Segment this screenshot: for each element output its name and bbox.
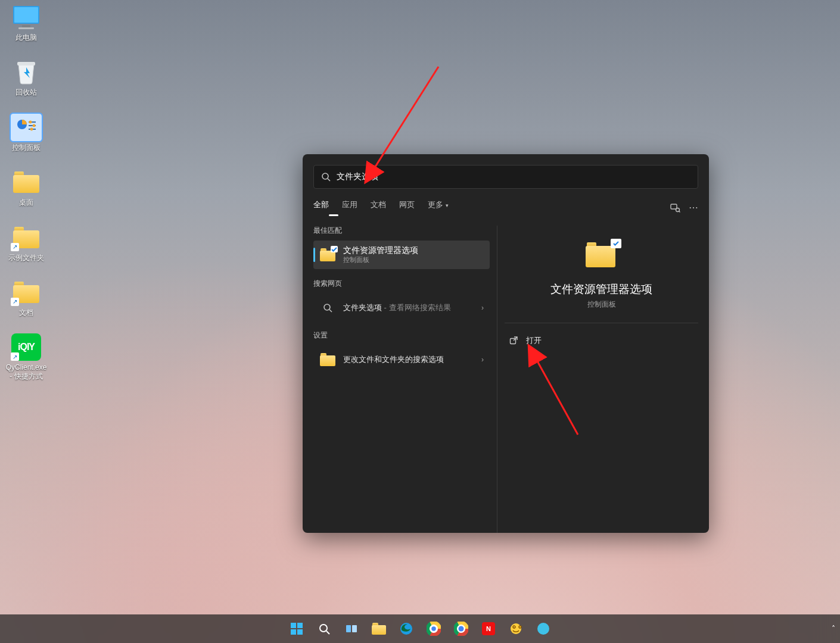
folder-options-icon: [319, 246, 336, 263]
svg-point-17: [324, 304, 330, 310]
taskbar-app-button[interactable]: N: [477, 617, 500, 641]
search-input[interactable]: [337, 172, 690, 182]
svg-rect-4: [17, 62, 35, 65]
shortcut-badge-icon: ↗: [11, 243, 19, 251]
desktop-icon-folder-documents[interactable]: ↗ 文档: [4, 279, 49, 317]
svg-rect-25: [297, 629, 303, 635]
tab-all[interactable]: 全部: [313, 199, 329, 216]
desktop-icon-recycle-bin[interactable]: 回收站: [4, 58, 49, 96]
svg-point-42: [511, 623, 521, 634]
search-preview-pane: 文件资源管理器选项 控制面板 打开: [497, 226, 698, 533]
desktop-icon-label: 控制面板: [12, 143, 41, 152]
desktop-icons-column: 此电脑 回收站 控制面板 桌面 ↗ 示例文件夹 ↗ 文档: [4, 4, 49, 380]
result-best-match[interactable]: 文件资源管理器选项 控制面板: [313, 241, 490, 269]
svg-point-12: [322, 173, 328, 179]
folder-icon: ↗: [11, 224, 42, 251]
taskbar-system-tray[interactable]: ˄: [832, 614, 835, 643]
chevron-right-icon: ›: [481, 355, 484, 364]
desktop-icon-iqiyi[interactable]: iQIY ↗ QyClient.exe - 快捷方式: [4, 333, 49, 380]
tray-chevron-icon[interactable]: ˄: [832, 625, 835, 633]
recycle-bin-icon: [11, 58, 42, 86]
svg-point-26: [320, 625, 327, 632]
chevron-right-icon: ›: [481, 304, 484, 312]
taskbar-search-button[interactable]: [312, 617, 336, 641]
tab-documents[interactable]: 文档: [371, 199, 386, 216]
svg-point-43: [537, 623, 549, 635]
desktop-icon-label: 此电脑: [15, 33, 37, 42]
desktop-icon-label: 桌面: [19, 198, 33, 207]
iqiyi-icon: iQIY ↗: [11, 333, 42, 361]
svg-point-9: [29, 120, 32, 123]
shortcut-badge-icon: ↗: [11, 352, 19, 361]
folder-options-icon: [586, 242, 618, 271]
shortcut-badge-icon: ↗: [11, 298, 19, 306]
action-label: 打开: [526, 335, 542, 346]
search-results-column: 最佳匹配 文件资源管理器选项 控制面板 搜索网页 文件夹选项 -: [313, 226, 490, 533]
desktop-icon-label: QyClient.exe - 快捷方式: [4, 363, 49, 380]
svg-point-11: [30, 127, 33, 130]
result-title: 文件资源管理器选项: [343, 246, 418, 255]
taskbar-chrome-button[interactable]: [422, 617, 446, 641]
desktop-icon-control-panel[interactable]: 控制面板: [4, 114, 49, 152]
taskbar-explorer-button[interactable]: [367, 617, 391, 641]
taskbar-app-button[interactable]: [504, 617, 528, 641]
folder-icon: ↗: [11, 279, 42, 306]
preview-title: 文件资源管理器选项: [550, 282, 652, 297]
control-panel-icon: [11, 114, 42, 141]
result-subtitle: 控制面板: [343, 256, 418, 264]
tab-more[interactable]: 更多 ▾: [428, 199, 449, 216]
search-icon: [321, 172, 331, 182]
svg-line-16: [679, 211, 680, 213]
search-options-icon[interactable]: [670, 202, 680, 213]
result-title: 文件夹选项 - 查看网络搜索结果: [343, 303, 451, 313]
search-tabs: 全部 应用 文档 网页 更多 ▾ ⋯: [313, 199, 698, 216]
svg-rect-2: [22, 25, 30, 27]
taskbar: N ˄: [0, 614, 840, 643]
svg-rect-28: [346, 625, 351, 632]
svg-point-15: [676, 208, 680, 212]
search-panel: 全部 应用 文档 网页 更多 ▾ ⋯ 最佳匹配 文件资源管理器选项 控制面板: [303, 154, 709, 533]
divider: [505, 323, 698, 323]
svg-point-41: [459, 626, 464, 632]
svg-rect-3: [18, 27, 34, 29]
taskbar-taskview-button[interactable]: [340, 617, 363, 641]
svg-rect-1: [14, 7, 38, 23]
this-pc-icon: [11, 4, 42, 31]
desktop-icon-label: 文档: [19, 308, 33, 317]
desktop-icon-label: 示例文件夹: [8, 254, 44, 262]
desktop-icon-folder-desktop[interactable]: 桌面: [4, 168, 49, 207]
svg-rect-24: [291, 629, 296, 635]
more-options-icon[interactable]: ⋯: [689, 203, 698, 213]
preview-subtitle: 控制面板: [587, 299, 616, 310]
svg-rect-29: [352, 625, 357, 632]
taskbar-start-button[interactable]: [285, 617, 309, 641]
result-web-search[interactable]: 文件夹选项 - 查看网络搜索结果 ›: [313, 294, 490, 322]
result-settings-item[interactable]: 更改文件和文件夹的搜索选项 ›: [313, 345, 490, 374]
preview-action-open[interactable]: 打开: [505, 328, 698, 353]
taskbar-app-button[interactable]: [531, 617, 555, 641]
svg-point-10: [33, 124, 36, 127]
taskbar-chrome2-button[interactable]: [449, 617, 473, 641]
open-external-icon: [508, 335, 519, 346]
folder-icon: [11, 168, 42, 196]
svg-rect-14: [671, 204, 677, 209]
svg-line-13: [328, 179, 330, 181]
svg-line-18: [329, 310, 332, 312]
taskbar-edge-button[interactable]: [394, 617, 418, 641]
svg-line-27: [326, 631, 329, 634]
desktop-icon-this-pc[interactable]: 此电脑: [4, 4, 49, 42]
svg-rect-22: [291, 623, 296, 628]
section-web: 搜索网页: [313, 279, 490, 289]
section-best-match: 最佳匹配: [313, 226, 490, 236]
section-settings: 设置: [313, 330, 490, 341]
search-box[interactable]: [313, 165, 698, 189]
desktop-icon-label: 回收站: [15, 88, 37, 96]
result-title: 更改文件和文件夹的搜索选项: [343, 355, 444, 364]
search-icon: [319, 299, 336, 316]
tab-web[interactable]: 网页: [399, 199, 415, 216]
svg-rect-23: [297, 623, 303, 628]
desktop-icon-folder-example[interactable]: ↗ 示例文件夹: [4, 224, 49, 262]
tab-apps[interactable]: 应用: [342, 199, 357, 216]
folder-options-icon: [319, 351, 336, 368]
